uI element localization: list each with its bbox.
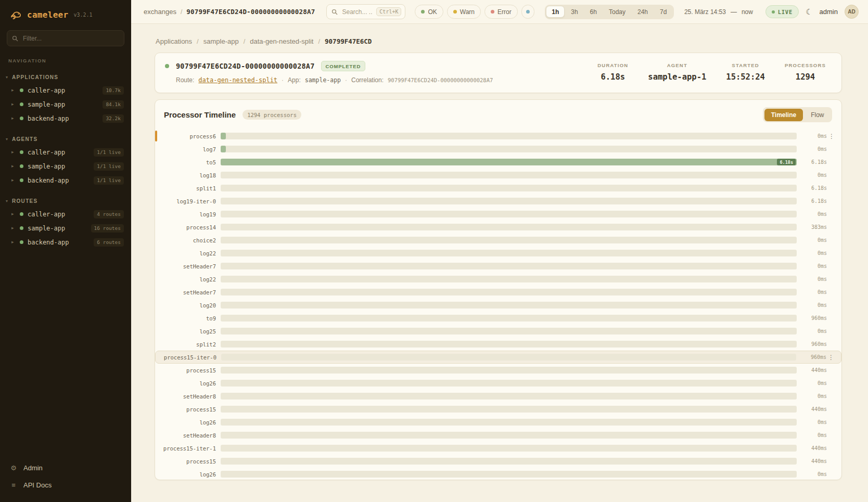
timeline-row[interactable]: log19 0ms ⋮ — [155, 208, 841, 221]
row-duration: 440ms — [797, 367, 827, 373]
breadcrumb-segment[interactable]: Applications — [156, 37, 192, 45]
sidebar-section-header[interactable]: ▾ APPLICATIONS — [0, 73, 131, 83]
timeline-row[interactable]: setHeader8 0ms ⋮ — [155, 429, 841, 442]
row-duration: 0ms — [797, 146, 827, 152]
timeline-row[interactable]: choice2 0ms ⋮ — [155, 234, 841, 247]
sidebar-filter-input[interactable] — [22, 34, 119, 43]
timeline-row[interactable]: log26 0ms ⋮ — [155, 416, 841, 429]
processor-count-badge: 1294 processors — [242, 110, 301, 120]
status-filter-chip-warn[interactable]: Warn — [447, 5, 481, 19]
timeline-track: 6.18s — [221, 159, 797, 165]
live-label: LIVE — [778, 9, 793, 15]
row-duration: 0ms — [797, 471, 827, 477]
sidebar-section-header[interactable]: ▾ ROUTES — [0, 197, 131, 207]
processor-name: log19 — [155, 211, 221, 217]
timeline-row[interactable]: to5 6.18s 6.18s ⋮ — [155, 156, 841, 169]
sidebar-item-sample-app[interactable]: ▸ sample-app 84.1k — [0, 97, 131, 111]
status-filter-chip[interactable] — [521, 5, 534, 19]
processor-name: process15 — [155, 458, 221, 465]
timeline-row[interactable]: log26 0ms ⋮ — [155, 377, 841, 390]
sidebar-item-backend-app[interactable]: ▸ backend-app 6 routes — [0, 235, 131, 249]
sidebar-item-label: backend-app — [28, 177, 69, 184]
status-filter-chip-error[interactable]: Error — [484, 5, 518, 19]
timeline-row[interactable]: process15 440ms ⋮ — [155, 403, 841, 416]
timeline-track — [221, 250, 797, 256]
status-dot — [20, 164, 23, 168]
timeline-row[interactable]: split1 6.18s ⋮ — [155, 182, 841, 195]
timeline-row[interactable]: setHeader7 0ms ⋮ — [155, 286, 841, 299]
range-button-1h[interactable]: 1h — [546, 6, 565, 18]
live-toggle[interactable]: LIVE — [765, 5, 799, 18]
range-button-7d[interactable]: 7d — [654, 6, 672, 18]
view-button-timeline[interactable]: Timeline — [764, 109, 803, 121]
dark-mode-toggle-icon[interactable]: ☾ — [806, 8, 812, 16]
timeline-row[interactable]: process14 383ms ⋮ — [155, 221, 841, 234]
live-status-dot — [772, 10, 775, 14]
view-button-flow[interactable]: Flow — [804, 109, 831, 121]
timeline-track — [221, 315, 797, 321]
breadcrumb-segment[interactable]: data-gen-nested-split — [250, 37, 313, 45]
timeline-row[interactable]: process15 440ms ⋮ — [155, 364, 841, 377]
sidebar-item-caller-app[interactable]: ▸ caller-app 1/1 live — [0, 145, 131, 159]
processor-name: setHeader7 — [155, 289, 221, 295]
avatar[interactable]: AD — [845, 5, 859, 19]
sidebar-item-caller-app[interactable]: ▸ caller-app 10.7k — [0, 83, 131, 97]
sidebar-item-sample-app[interactable]: ▸ sample-app 1/1 live — [0, 159, 131, 173]
timeline-row[interactable]: process15-iter-1 440ms ⋮ — [155, 442, 841, 455]
sidebar-footer-item[interactable]: ⚙ Admin — [7, 460, 124, 475]
sidebar-section: ▾ ROUTES ▸ caller-app 4 routes ▸ sample-… — [0, 197, 131, 249]
sidebar-item-backend-app[interactable]: ▸ backend-app 32.2k — [0, 111, 131, 125]
timeline-row[interactable]: split2 960ms ⋮ — [155, 338, 841, 351]
range-button-24h[interactable]: 24h — [632, 6, 654, 18]
exchange-info: 90799F47E6CD24D-00000000000028A7 COMPLET… — [165, 61, 493, 84]
breadcrumb-exchanges-link[interactable]: exchanges — [144, 8, 176, 16]
sidebar-filter-box[interactable] — [7, 30, 124, 46]
breadcrumb-segment[interactable]: sample-app — [203, 37, 239, 45]
exchange-stat-processors: PROCESSORS 1294 — [785, 62, 826, 84]
status-dot — [20, 178, 23, 182]
timeline-row[interactable]: process15 440ms ⋮ — [155, 455, 841, 468]
timeline-row[interactable]: setHeader7 0ms ⋮ — [155, 260, 841, 273]
sidebar-footer-item[interactable]: ≡ API Docs — [7, 478, 124, 493]
search-box[interactable]: Ctrl+K — [326, 4, 405, 19]
sidebar-item-caller-app[interactable]: ▸ caller-app 4 routes — [0, 207, 131, 221]
status-chip-label: Error — [497, 8, 512, 16]
route-link[interactable]: data-gen-nested-split — [198, 76, 277, 84]
sidebar-item-sample-app[interactable]: ▸ sample-app 16 routes — [0, 221, 131, 235]
user-name[interactable]: admin — [820, 8, 838, 16]
timeline-row[interactable]: log19-iter-0 6.18s ⋮ — [155, 195, 841, 208]
status-filter-chips: OK Warn Error — [415, 5, 534, 19]
timeline-row[interactable]: process15-iter-0 960ms ⋮ — [155, 351, 841, 364]
logo-row[interactable]: cameleer v3.2.1 — [0, 0, 131, 25]
status-dot — [20, 88, 23, 92]
timeline-row[interactable]: log20 0ms ⋮ — [155, 299, 841, 312]
timeline-row[interactable]: log22 0ms ⋮ — [155, 247, 841, 260]
navigation-label: NAVIGATION — [0, 49, 131, 63]
timeline-row[interactable]: log7 0ms ⋮ — [155, 143, 841, 156]
timeline-row[interactable]: log26 0ms ⋮ — [155, 468, 841, 480]
range-button-today[interactable]: Today — [603, 6, 631, 18]
range-button-6h[interactable]: 6h — [584, 6, 603, 18]
processor-name: process6 — [155, 133, 221, 139]
processor-name: log26 — [155, 419, 221, 426]
range-button-3h[interactable]: 3h — [565, 6, 583, 18]
exchange-meta-row: Route: data-gen-nested-split · App: samp… — [176, 76, 493, 84]
kebab-menu-icon[interactable]: ⋮ — [827, 133, 836, 139]
sidebar-section-header[interactable]: ▾ AGENTS — [0, 135, 131, 145]
caret-down-icon: ▾ — [6, 199, 8, 203]
timeline-row[interactable]: log25 0ms ⋮ — [155, 325, 841, 338]
sidebar-item-backend-app[interactable]: ▸ backend-app 1/1 live — [0, 173, 131, 187]
search-shortcut-hint: Ctrl+K — [376, 7, 401, 16]
timeline-row[interactable]: log18 0ms ⋮ — [155, 169, 841, 182]
timeline-row[interactable]: to9 960ms ⋮ — [155, 312, 841, 325]
kebab-menu-icon[interactable]: ⋮ — [826, 354, 836, 361]
status-filter-chip-ok[interactable]: OK — [415, 5, 443, 19]
meta-separator: · — [345, 76, 347, 84]
app-value: sample-app — [305, 76, 341, 84]
status-chip-label: OK — [428, 8, 437, 16]
search-input[interactable] — [341, 8, 373, 16]
timeline-row[interactable]: setHeader8 0ms ⋮ — [155, 390, 841, 403]
timeline-row[interactable]: log22 0ms ⋮ — [155, 273, 841, 286]
timeline-row[interactable]: process6 0ms ⋮ — [155, 130, 841, 143]
timeline-track — [221, 133, 797, 139]
